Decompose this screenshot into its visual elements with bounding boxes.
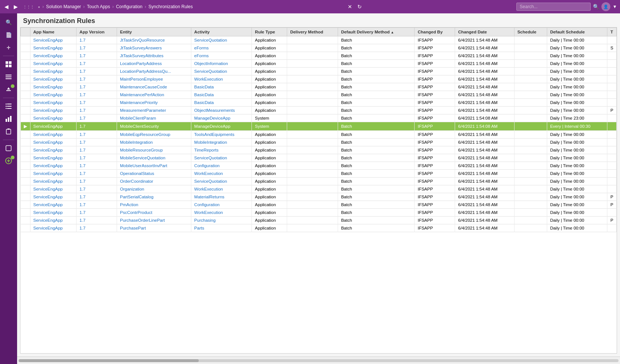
col-entity[interactable]: Entity xyxy=(117,28,191,36)
table-row[interactable]: ServiceEngApp1.7MaintenanceCauseCodeBasi… xyxy=(21,83,617,91)
cell-activity[interactable]: Configuration xyxy=(191,201,251,209)
cell-entity[interactable]: MobileEqpResourceGroup xyxy=(117,131,191,139)
sidebar-clipboard[interactable] xyxy=(2,126,15,137)
cell-app-name[interactable]: ServiceEngApp xyxy=(30,146,77,154)
cell-entity[interactable]: MobileUserAssortInvPart xyxy=(117,162,191,170)
table-row[interactable]: ServiceEngApp1.7PurchasePartPartsApplica… xyxy=(21,224,617,232)
cell-app-name[interactable]: ServiceEngApp xyxy=(30,107,77,114)
bottom-scrollbar[interactable] xyxy=(17,357,620,364)
sidebar-lines[interactable] xyxy=(2,71,15,83)
sidebar-document[interactable]: 📄 xyxy=(2,29,15,41)
cell-activity[interactable]: ServiceQuotation xyxy=(191,154,251,162)
cell-app-name[interactable]: ServiceEngApp xyxy=(30,131,77,139)
table-row[interactable]: ServiceEngApp1.7MobileClientParamManageD… xyxy=(21,114,617,122)
cell-activity[interactable]: MobileIntegration xyxy=(191,139,251,146)
table-row[interactable]: ServiceEngApp1.7JtTaskSurveyAttributeseF… xyxy=(21,52,617,60)
table-row[interactable]: ServiceEngApp1.7OrganizationWorkExecutio… xyxy=(21,185,617,193)
cell-entity[interactable]: MeasurementParameter xyxy=(117,107,191,114)
cell-app-name[interactable]: ServiceEngApp xyxy=(30,209,77,217)
cell-app-version[interactable]: 1.7 xyxy=(77,224,117,232)
cell-app-version[interactable]: 1.7 xyxy=(77,139,117,146)
cell-entity[interactable]: LocationPartyAddress xyxy=(117,60,191,68)
search-submit-button[interactable]: 🔍 xyxy=(593,4,599,10)
search-input[interactable] xyxy=(516,3,591,11)
table-row[interactable]: ServiceEngApp1.7MobileEqpResourceGroupTo… xyxy=(21,131,617,139)
cell-entity[interactable]: MobileIntegration xyxy=(117,139,191,146)
cell-app-name[interactable]: ServiceEngApp xyxy=(30,170,77,178)
cell-activity[interactable]: eForms xyxy=(191,44,251,52)
col-default-delivery-method[interactable]: Default Delivery Method xyxy=(338,28,415,36)
table-row[interactable]: ServiceEngApp1.7PurchaseOrderLinePartPur… xyxy=(21,217,617,224)
user-menu-chevron[interactable]: ▼ xyxy=(613,4,617,9)
cell-app-name[interactable]: ServiceEngApp xyxy=(30,178,77,185)
cell-activity[interactable]: ObjectInformation xyxy=(191,60,251,68)
cell-entity[interactable]: MaintenanceCauseCode xyxy=(117,83,191,91)
cell-activity[interactable]: BasicData xyxy=(191,91,251,99)
breadcrumb-touch-apps[interactable]: Touch Apps xyxy=(87,4,110,9)
cell-activity[interactable]: ServiceQuotation xyxy=(191,68,251,75)
cell-app-version[interactable]: 1.7 xyxy=(77,36,117,44)
cell-activity[interactable]: ManageDeviceApp xyxy=(191,122,251,131)
cell-entity[interactable]: PurchasePart xyxy=(117,224,191,232)
col-changed-by[interactable]: Changed By xyxy=(415,28,455,36)
table-row[interactable]: ServiceEngApp1.7MobileIntegrationMobileI… xyxy=(21,139,617,146)
cell-activity[interactable]: ManageDeviceApp xyxy=(191,114,251,122)
menu-button[interactable]: ⋮⋮⋮ xyxy=(22,4,36,10)
cell-entity[interactable]: OrderCoordinator xyxy=(117,178,191,185)
cell-app-version[interactable]: 1.7 xyxy=(77,75,117,83)
cell-entity[interactable]: LocationPartyAddressQu... xyxy=(117,68,191,75)
cell-app-name[interactable]: ServiceEngApp xyxy=(30,83,77,91)
cell-activity[interactable]: BasicData xyxy=(191,99,251,107)
cell-activity[interactable]: WorkExecution xyxy=(191,209,251,217)
cell-app-version[interactable]: 1.7 xyxy=(77,217,117,224)
user-avatar[interactable]: 👤 xyxy=(601,2,610,11)
col-activity[interactable]: Activity xyxy=(191,28,251,36)
cell-app-version[interactable]: 1.7 xyxy=(77,162,117,170)
col-t[interactable]: T xyxy=(607,28,617,36)
sidebar-checkbox[interactable] xyxy=(2,142,15,154)
cell-app-name[interactable]: ServiceEngApp xyxy=(30,60,77,68)
cell-entity[interactable]: MobileServiceQuotation xyxy=(117,154,191,162)
table-row[interactable]: ServiceEngApp1.7JtTaskSrvQuoResourceServ… xyxy=(21,36,617,44)
col-indicator[interactable] xyxy=(21,28,30,36)
cell-app-version[interactable]: 1.7 xyxy=(77,60,117,68)
cell-activity[interactable]: TimeReports xyxy=(191,146,251,154)
sidebar-search[interactable]: 🔍 xyxy=(2,16,15,28)
close-button[interactable]: ✕ xyxy=(346,3,354,10)
cell-app-version[interactable]: 1.7 xyxy=(77,209,117,217)
table-row[interactable]: ServiceEngApp1.7MobileUserAssortInvPartC… xyxy=(21,162,617,170)
cell-app-version[interactable]: 1.7 xyxy=(77,201,117,209)
forward-button[interactable]: ▶ xyxy=(12,3,19,10)
cell-app-version[interactable]: 1.7 xyxy=(77,185,117,193)
cell-activity[interactable]: Purchasing xyxy=(191,217,251,224)
back-button[interactable]: ◀ xyxy=(3,3,10,10)
cell-app-version[interactable]: 1.7 xyxy=(77,91,117,99)
table-row[interactable]: ServiceEngApp1.7LocationPartyAddressObje… xyxy=(21,60,617,68)
table-row[interactable]: ServiceEngApp1.7PmActionConfigurationApp… xyxy=(21,201,617,209)
breadcrumb-configuration[interactable]: Configuration xyxy=(116,4,142,9)
cell-app-version[interactable]: 1.7 xyxy=(77,178,117,185)
cell-activity[interactable]: ToolsAndEquipments xyxy=(191,131,251,139)
col-delivery-method[interactable]: Delivery Method xyxy=(287,28,338,36)
cell-app-name[interactable]: ServiceEngApp xyxy=(30,36,77,44)
sidebar-list[interactable] xyxy=(2,100,15,112)
table-row[interactable]: ServiceEngApp1.7MobileServiceQuotationSe… xyxy=(21,154,617,162)
cell-entity[interactable]: MaintenancePriority xyxy=(117,99,191,107)
cell-entity[interactable]: OperationalStatus xyxy=(117,170,191,178)
cell-app-version[interactable]: 1.7 xyxy=(77,170,117,178)
cell-app-name[interactable]: ServiceEngApp xyxy=(30,193,77,201)
cell-app-name[interactable]: ServiceEngApp xyxy=(30,162,77,170)
cell-app-name[interactable]: ServiceEngApp xyxy=(30,224,77,232)
sidebar-grid[interactable] xyxy=(2,58,15,70)
cell-app-name[interactable]: ServiceEngApp xyxy=(30,139,77,146)
cell-app-name[interactable]: ServiceEngApp xyxy=(30,185,77,193)
cell-app-version[interactable]: 1.7 xyxy=(77,131,117,139)
cell-entity[interactable]: JtTaskSurveyAttributes xyxy=(117,52,191,60)
table-container[interactable]: App Name App Version Entity Activity Rul… xyxy=(20,27,617,354)
cell-app-name[interactable]: ServiceEngApp xyxy=(30,217,77,224)
cell-app-version[interactable]: 1.7 xyxy=(77,44,117,52)
table-row[interactable]: ▶ServiceEngApp1.7MobileClientSecurityMan… xyxy=(21,122,617,131)
table-row[interactable]: ServiceEngApp1.7OrderCoordinatorServiceQ… xyxy=(21,178,617,185)
table-row[interactable]: ServiceEngApp1.7JtTaskSurveyAnswerseForm… xyxy=(21,44,617,52)
cell-entity[interactable]: JtTaskSurveyAnswers xyxy=(117,44,191,52)
